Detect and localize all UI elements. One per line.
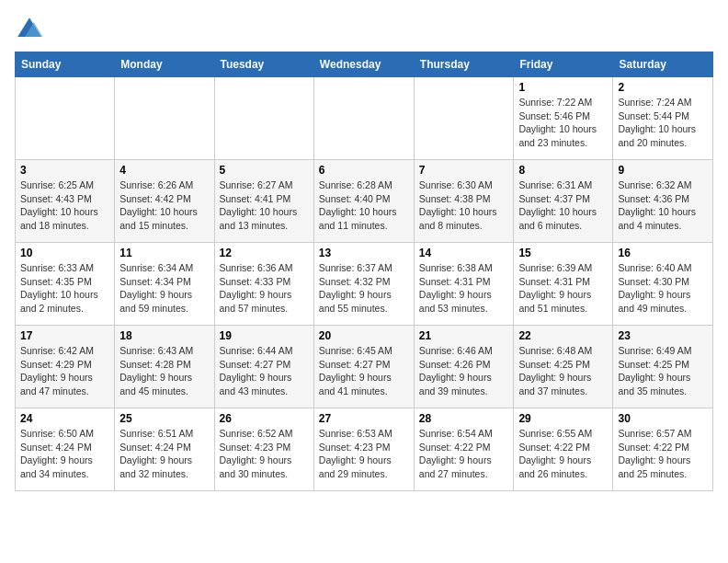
day-number: 19 (220, 329, 309, 342)
calendar-cell: 23Sunrise: 6:49 AM Sunset: 4:25 PM Dayli… (613, 326, 713, 408)
day-info: Sunrise: 6:37 AM Sunset: 4:32 PM Dayligh… (319, 261, 409, 316)
calendar-body: 1Sunrise: 7:22 AM Sunset: 5:46 PM Daylig… (16, 77, 713, 491)
calendar-cell (115, 77, 214, 160)
day-info: Sunrise: 7:22 AM Sunset: 5:46 PM Dayligh… (518, 96, 608, 150)
day-info: Sunrise: 6:50 AM Sunset: 4:24 PM Dayligh… (20, 427, 109, 481)
calendar-cell: 11Sunrise: 6:34 AM Sunset: 4:34 PM Dayli… (115, 243, 214, 326)
calendar-header: SundayMondayTuesdayWednesdayThursdayFrid… (16, 52, 713, 77)
day-info: Sunrise: 6:57 AM Sunset: 4:22 PM Dayligh… (618, 427, 708, 481)
day-info: Sunrise: 6:31 AM Sunset: 4:37 PM Dayligh… (518, 178, 608, 233)
calendar-cell: 20Sunrise: 6:45 AM Sunset: 4:27 PM Dayli… (313, 326, 414, 408)
week-row-4: 24Sunrise: 6:50 AM Sunset: 4:24 PM Dayli… (16, 408, 713, 491)
calendar-cell: 13Sunrise: 6:37 AM Sunset: 4:32 PM Dayli… (313, 243, 414, 326)
calendar-cell: 5Sunrise: 6:27 AM Sunset: 4:41 PM Daylig… (214, 160, 313, 243)
calendar-cell: 19Sunrise: 6:44 AM Sunset: 4:27 PM Dayli… (214, 326, 313, 408)
day-info: Sunrise: 6:49 AM Sunset: 4:25 PM Dayligh… (618, 344, 708, 398)
calendar-cell: 17Sunrise: 6:42 AM Sunset: 4:29 PM Dayli… (16, 326, 115, 408)
calendar-cell: 24Sunrise: 6:50 AM Sunset: 4:24 PM Dayli… (16, 408, 115, 491)
day-number: 21 (419, 329, 509, 342)
day-number: 7 (419, 164, 509, 177)
day-number: 27 (319, 412, 409, 425)
calendar-cell: 27Sunrise: 6:53 AM Sunset: 4:23 PM Dayli… (313, 408, 414, 491)
calendar-cell: 9Sunrise: 6:32 AM Sunset: 4:36 PM Daylig… (613, 160, 713, 243)
calendar-cell: 2Sunrise: 7:24 AM Sunset: 5:44 PM Daylig… (613, 77, 713, 160)
calendar-cell: 28Sunrise: 6:54 AM Sunset: 4:22 PM Dayli… (414, 408, 514, 491)
calendar-cell: 30Sunrise: 6:57 AM Sunset: 4:22 PM Dayli… (613, 408, 713, 491)
day-number: 25 (119, 412, 209, 425)
day-header-tuesday: Tuesday (214, 52, 313, 77)
day-number: 6 (319, 164, 409, 177)
day-number: 11 (119, 247, 209, 259)
day-info: Sunrise: 6:30 AM Sunset: 4:38 PM Dayligh… (419, 178, 509, 233)
week-row-2: 10Sunrise: 6:33 AM Sunset: 4:35 PM Dayli… (16, 243, 713, 326)
day-number: 26 (220, 412, 309, 425)
calendar-cell: 15Sunrise: 6:39 AM Sunset: 4:31 PM Dayli… (514, 243, 613, 326)
calendar-cell: 18Sunrise: 6:43 AM Sunset: 4:28 PM Dayli… (115, 326, 214, 408)
day-info: Sunrise: 6:32 AM Sunset: 4:36 PM Dayligh… (618, 178, 708, 233)
day-number: 20 (319, 329, 409, 342)
day-number: 1 (518, 81, 608, 94)
day-number: 28 (419, 412, 509, 425)
day-number: 5 (220, 164, 309, 177)
calendar-cell: 16Sunrise: 6:40 AM Sunset: 4:30 PM Dayli… (613, 243, 713, 326)
calendar-cell: 4Sunrise: 6:26 AM Sunset: 4:42 PM Daylig… (115, 160, 214, 243)
calendar-cell: 14Sunrise: 6:38 AM Sunset: 4:31 PM Dayli… (414, 243, 514, 326)
day-info: Sunrise: 6:52 AM Sunset: 4:23 PM Dayligh… (220, 427, 309, 481)
day-info: Sunrise: 6:55 AM Sunset: 4:22 PM Dayligh… (518, 427, 608, 481)
day-number: 15 (518, 247, 608, 259)
day-number: 29 (518, 412, 608, 425)
day-header-thursday: Thursday (414, 52, 514, 77)
week-row-0: 1Sunrise: 7:22 AM Sunset: 5:46 PM Daylig… (16, 77, 713, 160)
day-header-friday: Friday (514, 52, 613, 77)
day-number: 17 (20, 329, 109, 342)
calendar-cell: 8Sunrise: 6:31 AM Sunset: 4:37 PM Daylig… (514, 160, 613, 243)
day-number: 24 (20, 412, 109, 425)
calendar-cell: 29Sunrise: 6:55 AM Sunset: 4:22 PM Dayli… (514, 408, 613, 491)
day-info: Sunrise: 6:26 AM Sunset: 4:42 PM Dayligh… (119, 178, 209, 233)
calendar-cell: 3Sunrise: 6:25 AM Sunset: 4:43 PM Daylig… (16, 160, 115, 243)
day-info: Sunrise: 6:33 AM Sunset: 4:35 PM Dayligh… (20, 261, 109, 316)
calendar-cell (16, 77, 115, 160)
calendar-cell: 25Sunrise: 6:51 AM Sunset: 4:24 PM Dayli… (115, 408, 214, 491)
day-number: 13 (319, 247, 409, 259)
day-number: 30 (618, 412, 708, 425)
calendar-cell: 6Sunrise: 6:28 AM Sunset: 4:40 PM Daylig… (313, 160, 414, 243)
day-info: Sunrise: 6:44 AM Sunset: 4:27 PM Dayligh… (220, 344, 309, 398)
day-info: Sunrise: 6:53 AM Sunset: 4:23 PM Dayligh… (319, 427, 409, 481)
calendar: SundayMondayTuesdayWednesdayThursdayFrid… (15, 52, 713, 491)
day-number: 14 (419, 247, 509, 259)
day-number: 18 (119, 329, 209, 342)
day-info: Sunrise: 6:38 AM Sunset: 4:31 PM Dayligh… (419, 261, 509, 316)
day-number: 22 (518, 329, 608, 342)
day-info: Sunrise: 6:54 AM Sunset: 4:22 PM Dayligh… (419, 427, 509, 481)
calendar-cell: 1Sunrise: 7:22 AM Sunset: 5:46 PM Daylig… (514, 77, 613, 160)
day-number: 3 (20, 164, 109, 177)
day-info: Sunrise: 6:51 AM Sunset: 4:24 PM Dayligh… (119, 427, 209, 481)
day-info: Sunrise: 6:39 AM Sunset: 4:31 PM Dayligh… (518, 261, 608, 316)
day-info: Sunrise: 6:40 AM Sunset: 4:30 PM Dayligh… (618, 261, 708, 316)
day-header-monday: Monday (115, 52, 214, 77)
calendar-cell: 10Sunrise: 6:33 AM Sunset: 4:35 PM Dayli… (16, 243, 115, 326)
day-number: 16 (618, 247, 708, 259)
day-info: Sunrise: 6:28 AM Sunset: 4:40 PM Dayligh… (319, 178, 409, 233)
day-header-saturday: Saturday (613, 52, 713, 77)
day-number: 12 (220, 247, 309, 259)
day-info: Sunrise: 6:42 AM Sunset: 4:29 PM Dayligh… (20, 344, 109, 398)
day-info: Sunrise: 6:34 AM Sunset: 4:34 PM Dayligh… (119, 261, 209, 316)
week-row-1: 3Sunrise: 6:25 AM Sunset: 4:43 PM Daylig… (16, 160, 713, 243)
day-info: Sunrise: 6:46 AM Sunset: 4:26 PM Dayligh… (419, 344, 509, 398)
calendar-cell: 21Sunrise: 6:46 AM Sunset: 4:26 PM Dayli… (414, 326, 514, 408)
day-number: 2 (618, 81, 708, 94)
day-info: Sunrise: 6:48 AM Sunset: 4:25 PM Dayligh… (518, 344, 608, 398)
calendar-cell: 22Sunrise: 6:48 AM Sunset: 4:25 PM Dayli… (514, 326, 613, 408)
calendar-cell (414, 77, 514, 160)
calendar-cell (214, 77, 313, 160)
day-header-wednesday: Wednesday (313, 52, 414, 77)
day-info: Sunrise: 6:25 AM Sunset: 4:43 PM Dayligh… (20, 178, 109, 233)
day-info: Sunrise: 6:27 AM Sunset: 4:41 PM Dayligh… (220, 178, 309, 233)
header (15, 15, 713, 44)
day-number: 23 (618, 329, 708, 342)
calendar-cell: 12Sunrise: 6:36 AM Sunset: 4:33 PM Dayli… (214, 243, 313, 326)
day-number: 4 (119, 164, 209, 177)
day-number: 8 (518, 164, 608, 177)
